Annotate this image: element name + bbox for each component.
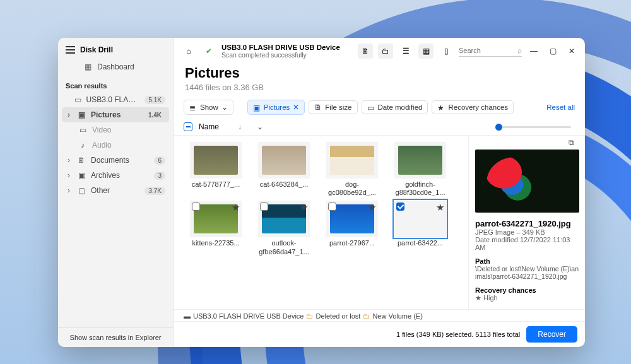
thumbnail-item[interactable]: dog-gc080be92d_... (319, 139, 386, 197)
open-external-icon[interactable]: ⧉ (569, 138, 579, 148)
search-input[interactable] (459, 47, 517, 54)
sidebar-item-count: 3.7K (144, 187, 165, 195)
menu-icon[interactable] (66, 46, 75, 54)
breadcrumb-segment[interactable]: New Volume (E) (372, 312, 422, 320)
video-icon: ▭ (78, 126, 87, 134)
view-doc-button[interactable]: 🗎 (358, 44, 373, 59)
device-status: Scan completed successfully (221, 51, 340, 59)
view-list-button[interactable]: ☰ (398, 44, 413, 59)
chip-label: Pictures (264, 103, 290, 111)
sidebar-item-audio[interactable]: ♪ Audio (58, 138, 173, 153)
pictures-icon: ▣ (77, 110, 86, 119)
thumbnail-item[interactable]: cat-5778777_... (182, 139, 249, 197)
status-ok-icon: ✔ (201, 44, 216, 59)
chevron-right-icon: › (66, 110, 72, 119)
page-title: Pictures (185, 65, 574, 81)
chevron-right-icon: › (66, 171, 72, 180)
audio-icon: ♪ (78, 141, 87, 150)
thumbnail-checkbox[interactable] (328, 203, 336, 211)
thumbnail-image (398, 146, 442, 175)
thumbnail-checkbox[interactable] (260, 203, 268, 211)
sidebar-item-label: Audio (92, 141, 112, 150)
close-button[interactable]: ✕ (565, 44, 579, 58)
thumbnail-filename: parrot-63422... (391, 239, 451, 247)
column-name[interactable]: Name (199, 122, 219, 131)
sidebar-item-documents[interactable]: › 🗎 Documents 6 (58, 153, 173, 168)
breadcrumb-segment[interactable]: Deleted or lost (316, 312, 360, 320)
thumbnail-checkbox[interactable] (396, 203, 404, 211)
preview-path-label: Path (475, 257, 579, 265)
preview-panel: ⧉ parrot-6342271_1920.jpg JPEG Image – 3… (468, 136, 585, 309)
date-filter[interactable]: ▭ Date modified (362, 100, 428, 114)
maximize-button[interactable]: ▢ (546, 44, 560, 58)
sort-arrow-icon[interactable]: ↓ (238, 122, 242, 131)
thumbnail-item[interactable]: ★ kittens-22735... (182, 198, 249, 255)
reset-all-button[interactable]: Reset all (546, 103, 575, 111)
thumbnail-item[interactable]: ★ outlook-gfbe66da47_1... (251, 198, 317, 255)
recover-button[interactable]: Recover (526, 326, 577, 343)
filter-row: ≣ Show ⌄ ▣ Pictures ✕ 🗎 File size ▭ Date… (174, 97, 585, 119)
list-icon: ≣ (189, 103, 197, 111)
star-icon[interactable]: ★ (436, 202, 444, 213)
nav-dashboard[interactable]: ▦ Dashboard (64, 59, 167, 74)
chip-label: File size (325, 103, 351, 111)
thumbnail-item[interactable]: goldfinch-g88f30cd0e_1... (387, 139, 454, 197)
thumbnail-image (262, 146, 306, 175)
sidebar-item-label: Pictures (91, 110, 121, 119)
thumbnail-checkbox[interactable] (192, 203, 200, 211)
thumbnail-size-slider[interactable] (495, 126, 571, 128)
dashboard-icon: ▦ (83, 62, 92, 71)
star-icon[interactable]: ★ (368, 202, 376, 213)
sidebar-item-device[interactable]: ▭ USB3.0 FLASH DRIVE US... 5.1K (58, 92, 173, 107)
thumbnail-item[interactable]: ★ parrot-27967... (319, 198, 386, 255)
close-icon[interactable]: ✕ (293, 103, 299, 112)
document-icon: 🗎 (77, 156, 86, 165)
search-field[interactable]: ⌕ (459, 46, 522, 57)
star-icon[interactable]: ★ (300, 202, 308, 213)
archive-icon: ▣ (77, 171, 86, 180)
nav-label: Dashboard (97, 62, 134, 71)
select-all-checkbox[interactable] (184, 122, 192, 131)
preview-date: Date modified 12/7/2022 11:03 AM (475, 236, 579, 251)
thumbnail-grid: cat-5778777_... cat-6463284_... dog-gc08… (174, 136, 468, 309)
star-icon[interactable]: ★ (232, 202, 240, 213)
view-columns-button[interactable]: ▯ (439, 44, 454, 59)
view-folder-button[interactable]: 🗀 (378, 44, 393, 59)
thumbnail-filename: outlook-gfbe66da47_1... (254, 239, 314, 255)
pictures-filter[interactable]: ▣ Pictures ✕ (247, 100, 305, 115)
size-filter[interactable]: 🗎 File size (309, 100, 357, 114)
sidebar-item-other[interactable]: › ▢ Other 3.7K (58, 183, 173, 198)
sidebar-item-label: Documents (91, 156, 129, 165)
chevron-down-icon: ⌄ (221, 103, 228, 112)
preview-path: \Deleted or lost\New Volume (E)\animals\… (475, 265, 579, 280)
show-filter[interactable]: ≣ Show ⌄ (184, 100, 233, 115)
thumbnail-filename: cat-6463284_... (254, 180, 314, 189)
breadcrumb-segment[interactable]: USB3.0 FLASH DRIVE USB Device (193, 312, 304, 320)
star-icon: ★ (437, 103, 445, 111)
thumbnail-filename: parrot-27967... (322, 239, 382, 247)
view-grid-button[interactable]: ▦ (418, 44, 433, 59)
chevron-down-icon[interactable]: ⌄ (257, 122, 263, 131)
page-subtitle: 1446 files on 3.36 GB (185, 83, 574, 92)
calendar-icon: ▭ (367, 103, 375, 111)
thumbnail-item[interactable]: cat-6463284_... (251, 139, 317, 197)
preview-type: JPEG Image – 349 KB (475, 228, 579, 236)
thumbnail-filename: dog-gc080be92d_... (322, 180, 382, 197)
show-in-explorer-button[interactable]: Show scan results in Explorer (58, 327, 173, 347)
minimize-button[interactable]: — (527, 44, 541, 58)
home-button[interactable]: ⌂ (181, 44, 196, 59)
sidebar-item-archives[interactable]: › ▣ Archives 3 (58, 168, 173, 183)
app-title: Disk Drill (80, 45, 113, 54)
drive-icon: ▭ (74, 95, 81, 104)
thumbnail-image (194, 146, 238, 175)
status-summary: 1 files (349 KB) selected. 5113 files to… (396, 331, 520, 338)
breadcrumb: ▬ USB3.0 FLASH DRIVE USB Device 🗀 Delete… (174, 309, 585, 321)
recovery-filter[interactable]: ★ Recovery chances (432, 100, 514, 114)
thumbnail-item[interactable]: ★ parrot-63422... (387, 198, 454, 255)
sidebar-item-pictures[interactable]: › ▣ Pictures 1.4K (62, 107, 169, 122)
preview-image (475, 150, 579, 213)
sidebar-item-count: 5.1K (144, 96, 165, 104)
preview-recovery-value: ★ High (475, 294, 579, 302)
sidebar-item-video[interactable]: ▭ Video (58, 122, 173, 138)
chip-label: Recovery chances (448, 103, 508, 111)
